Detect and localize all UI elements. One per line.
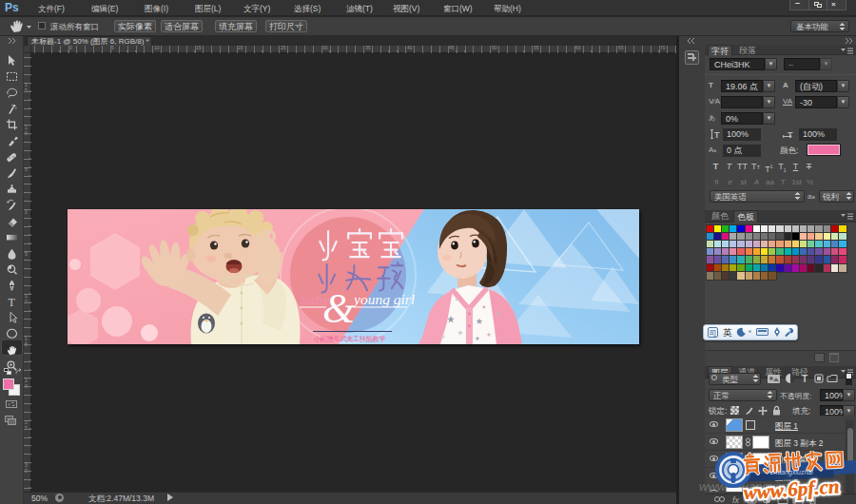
svg-text:www.6pf.cn: www.6pf.cn [743, 475, 840, 504]
svg-text:fx: fx [732, 495, 740, 504]
svg-text:&: & [322, 285, 356, 332]
svg-text:小刚擞瓜式美工技能教学: 小刚擞瓜式美工技能教学 [313, 335, 385, 343]
svg-text:T: T [9, 296, 16, 309]
svg-text:T: T [788, 130, 793, 139]
svg-text:young girl: young girl [352, 291, 415, 307]
svg-text:T: T [714, 130, 720, 139]
